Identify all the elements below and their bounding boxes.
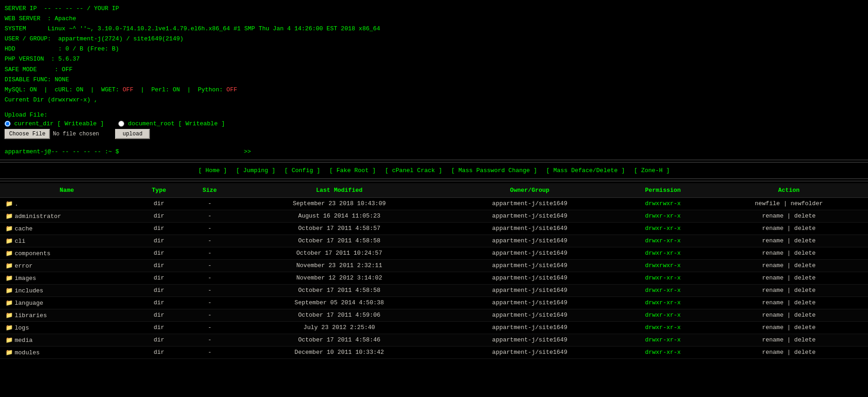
table-row: 📁administratordir-August 16 2014 11:05:2… [0,210,868,222]
cell-modified: November 23 2011 2:32:11 [235,259,444,272]
action-link[interactable]: delete [794,312,816,319]
cell-size: - [184,321,235,334]
action-link[interactable]: rename [762,212,784,219]
nav-mass-deface[interactable]: [ Mass Deface/Delete ] [546,167,625,174]
file-link[interactable]: includes [15,287,43,294]
no-file-text: No file chosen [53,131,99,137]
table-row: 📁logsdir-July 23 2012 2:25:40appartment-… [0,321,868,334]
cell-modified: October 17 2011 4:58:46 [235,334,444,346]
action-link[interactable]: rename [762,274,784,281]
upload-button[interactable]: upload [115,129,149,139]
action-link[interactable]: rename [762,324,784,331]
cell-name: 📁language [0,296,133,309]
nav-mass-password[interactable]: [ Mass Password Change ] [451,167,537,174]
cell-perm: drwxr-xr-x [616,272,709,284]
file-link[interactable]: logs [15,324,29,331]
radio-document-root[interactable] [118,121,124,127]
cell-action: rename | delete [710,284,868,296]
perl-value: ON [173,86,180,93]
file-link[interactable]: cli [15,238,25,245]
action-link[interactable]: delete [794,262,816,269]
col-type: Type [133,183,184,198]
action-link[interactable]: delete [794,225,816,232]
file-link[interactable]: modules [15,349,40,356]
mysql-label: MySQL: [5,86,26,93]
cell-action: rename | delete [710,259,868,272]
cell-action: newfile | newfolder [710,197,868,210]
cell-modified: October 17 2011 4:58:58 [235,284,444,296]
cell-owner: appartment-j/site1649 [443,235,616,247]
hdd-label: HDD [5,45,15,52]
cell-type: dir [133,309,184,321]
cell-action: rename | delete [710,247,868,259]
action-link[interactable]: delete [794,349,816,356]
col-size: Size [184,183,235,198]
cell-name: 📁components [0,247,133,259]
cell-type: dir [133,321,184,334]
terminal-input[interactable] [122,148,241,155]
upload-label: Upload File: [5,112,863,118]
action-link[interactable]: rename [762,262,784,269]
folder-icon: 📁 [6,337,13,344]
action-link[interactable]: delete [794,250,816,257]
perl-label: Perl: [151,86,169,93]
action-link[interactable]: newfolder [791,200,823,207]
cell-owner: appartment-j/site1649 [443,259,616,272]
upload-section: Upload File: current_dir [ Writeable ] d… [0,109,868,145]
nav-jumping[interactable]: [ Jumping ] [236,167,276,174]
file-link[interactable]: media [15,337,33,344]
action-link[interactable]: delete [794,274,816,281]
action-link[interactable]: rename [762,250,784,257]
action-link[interactable]: rename [762,349,784,356]
file-link[interactable]: libraries [15,312,47,319]
folder-icon: 📁 [6,238,13,245]
action-link[interactable]: delete [794,336,816,343]
action-link[interactable]: rename [762,287,784,294]
folder-icon: 📁 [6,324,13,331]
nav-config[interactable]: [ Config ] [284,167,320,174]
action-link[interactable]: newfile [755,200,780,207]
nav-zone-h[interactable]: [ Zone-H ] [634,167,670,174]
col-modified: Last Modified [235,183,444,198]
action-link[interactable]: delete [794,299,816,306]
file-link[interactable]: administrator [15,213,61,220]
action-link[interactable]: delete [794,287,816,294]
action-link[interactable]: delete [794,324,816,331]
cell-name: 📁images [0,272,133,284]
cell-owner: appartment-j/site1649 [443,222,616,235]
nav-cpanel-crack[interactable]: [ cPanel Crack ] [385,167,442,174]
file-link[interactable]: components [15,250,50,257]
action-link[interactable]: delete [794,237,816,244]
file-link[interactable]: . [15,201,18,207]
action-link[interactable]: rename [762,336,784,343]
file-link[interactable]: cache [15,225,33,232]
terminal-submit-button[interactable]: >> [244,148,251,155]
col-owner: Owner/Group [443,183,616,198]
cell-modified: August 16 2014 11:05:23 [235,210,444,222]
file-link[interactable]: language [15,300,43,307]
file-link[interactable]: error [15,263,33,269]
folder-icon: 📁 [6,225,13,232]
writeable-label-2: Writeable [186,120,218,127]
hdd-value: : 0 / B (Free: B) [58,45,119,52]
divider-1 [0,160,868,160]
cell-modified: July 23 2012 2:25:40 [235,321,444,334]
python-label: Python: [198,86,223,93]
action-link[interactable]: rename [762,299,784,306]
nav-fake-root[interactable]: [ Fake Root ] [329,167,376,174]
nav-home[interactable]: [ Home ] [198,167,227,174]
cell-owner: appartment-j/site1649 [443,210,616,222]
cell-size: - [184,259,235,272]
action-link[interactable]: rename [762,237,784,244]
action-link[interactable]: delete [794,212,816,219]
radio-current-dir[interactable] [5,121,11,127]
file-link[interactable]: images [15,275,36,282]
table-row: 📁librariesdir-October 17 2011 4:59:06app… [0,309,868,321]
mysql-value: ON [30,86,37,93]
action-link[interactable]: rename [762,225,784,232]
action-link[interactable]: rename [762,312,784,319]
choose-file-button[interactable]: Choose File [5,129,50,139]
cell-size: - [184,247,235,259]
cell-modified: November 12 2012 3:14:02 [235,272,444,284]
cell-owner: appartment-j/site1649 [443,321,616,334]
